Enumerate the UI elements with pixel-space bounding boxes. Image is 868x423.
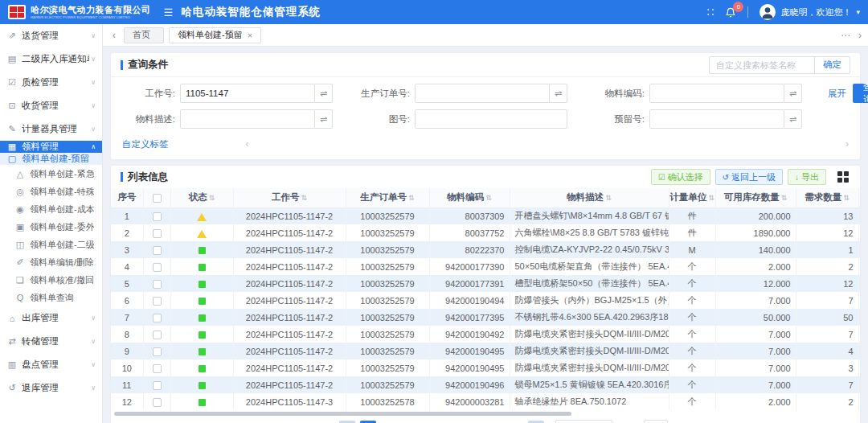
sidebar-item[interactable]: ⊡ 收货管理 ∨ [0,94,102,117]
tab[interactable]: 首页 [124,27,164,43]
table-row[interactable]: 8 2024HPC1105-1147-2 10003252579 9420001… [111,326,860,343]
cell-order-no: 10003252579 [346,309,429,326]
tag-scroll-right-icon[interactable]: › [845,138,849,150]
table-row[interactable]: 4 2024HPC1105-1147-2 10003252579 9420001… [111,258,860,275]
table-row[interactable]: 11 2024HPC1105-1147-2 10003252579 942000… [111,376,860,393]
row-checkbox[interactable] [153,280,162,289]
notification-bell-icon[interactable]: 0 [725,6,736,18]
row-checkbox[interactable] [153,381,162,390]
sidebar-item[interactable]: ▢ 领料单创建-预留 [0,153,102,165]
field-input[interactable] [415,84,550,103]
sidebar-item[interactable]: △ 领料单创建-紧急 [0,165,102,183]
confirm-select-button[interactable]: ☑ 确认选择 [651,169,710,185]
filter-icon[interactable]: ⇌ [315,84,333,103]
user-menu[interactable]: 庞晓明，欢迎您！ ▾ [760,4,860,20]
sidebar-item[interactable]: ❏ 领料单核准/撤回 [0,271,102,289]
field-input[interactable] [649,109,784,129]
page-size-select[interactable]: 200条/页 ▾ [555,420,612,423]
custom-tag-name-group: 确定 [709,56,850,74]
custom-tag-name-input[interactable] [710,57,814,73]
tag-scroll-left-icon[interactable]: ‹ [246,138,249,150]
sort-icon[interactable]: ⇅ [781,194,788,202]
table-row[interactable]: 9 2024HPC1105-1147-2 10003252579 9420001… [111,343,860,359]
filter-icon[interactable]: ⇌ [550,84,567,103]
sidebar-item[interactable]: ▣ 领料单创建-委外组件 [0,218,102,236]
custom-tag-link[interactable]: 自定义标签 [122,138,169,150]
row-checkbox[interactable] [153,398,162,407]
table-row[interactable]: 6 2024HPC1105-1147-2 10003252579 9420001… [111,292,860,309]
search-button[interactable]: 查询 [853,84,868,103]
close-icon[interactable]: × [248,31,252,40]
sidebar-item[interactable]: ⇄ 转储管理 ∨ [0,330,102,353]
row-checkbox[interactable] [153,364,162,373]
sort-icon[interactable]: ⇅ [708,194,714,202]
sort-icon[interactable]: ⇅ [605,194,612,202]
row-checkbox[interactable] [153,297,162,306]
sidebar-item[interactable]: ▥ 盘点管理 ∨ [0,353,102,376]
col-demand[interactable]: 需求数量⇅ [796,188,858,207]
cell-status [170,343,233,359]
table-row[interactable]: 3 2024HPC1105-1147-2 10003252579 8022237… [111,241,860,258]
filter-icon[interactable]: ⇌ [315,109,333,129]
cell-code: 942000003281 [429,393,510,410]
sidebar-item[interactable]: ▤ 二级库入库通知单 ∨ [0,47,102,71]
sidebar-item[interactable]: ◎ 领料单创建-特殊项目 [0,183,102,200]
field-input[interactable] [180,109,315,129]
col-order-no[interactable]: 生产订单号⇅ [346,188,429,207]
col-work-no[interactable]: 工作号⇅ [233,188,346,207]
field-input[interactable] [415,109,567,129]
col-status[interactable]: 状态⇅ [170,188,233,207]
field-input[interactable] [649,84,784,103]
sidebar-collapse-icon[interactable]: ☰ [164,6,174,18]
row-checkbox[interactable] [153,246,162,255]
sidebar-item[interactable]: ✎ 计量器具管理 ∨ [0,117,102,141]
table-row[interactable]: 5 2024HPC1105-1147-2 10003252579 9420001… [111,275,860,292]
back-upper-level-button[interactable]: ↺ 返回上一级 [715,169,783,185]
filter-icon[interactable]: ⇌ [784,109,802,129]
col-unit[interactable]: 计量单位⇅ [669,188,715,207]
sort-icon[interactable]: ⇅ [843,194,850,202]
sidebar-item[interactable]: ◉ 领料单创建-成本中心 [0,200,102,218]
scrollbar-thumb[interactable] [114,412,571,416]
expand-link[interactable]: 展开 [828,88,846,100]
sidebar-item[interactable]: Q 领料单查询 [0,289,102,306]
jump-page-input[interactable] [644,420,668,423]
col-desc[interactable]: 物料描述⇅ [510,188,669,207]
column-settings-icon[interactable] [836,170,850,184]
table-row[interactable]: 10 2024HPC1105-1147-2 10003252579 942000… [111,359,860,376]
sort-icon[interactable]: ⇅ [408,194,415,202]
fullscreen-icon[interactable]: ∷ [707,6,714,18]
filter-icon[interactable]: ⇌ [784,84,802,103]
tabs-more-icon[interactable]: ⋯ [841,30,850,41]
table-row[interactable]: 12 2024HPC1105-1147-3 10003252578 942000… [111,393,860,410]
row-checkbox[interactable] [153,314,162,322]
sort-icon[interactable]: ⇅ [301,194,307,202]
row-checkbox[interactable] [153,347,162,356]
sidebar-item[interactable]: ↺ 退库管理 ∨ [0,376,102,400]
row-checkbox[interactable] [153,229,162,238]
tab[interactable]: 领料单创建-预留 × [169,27,261,43]
export-button[interactable]: ↓ 导出 [788,169,826,185]
table-row[interactable]: 2 2024HPC1105-1147-2 10003252579 8003775… [111,224,860,241]
confirm-button[interactable]: 确定 [814,57,850,73]
sidebar-item[interactable]: ▦ 领料管理 ∧ [0,141,102,153]
sidebar-item[interactable]: ⇗ 送货管理 ∨ [0,24,102,47]
field-input[interactable] [180,84,315,103]
table-row[interactable]: 7 2024HPC1105-1147-2 10003252579 9420001… [111,309,860,326]
sidebar-item[interactable]: ✐ 领料单编辑/删除 [0,253,102,271]
col-stock[interactable]: 可用库存数量⇅ [715,188,796,207]
row-checkbox[interactable] [153,331,162,339]
sidebar-item[interactable]: ◫ 领料单创建-二级库 [0,236,102,253]
tabs-scroll-right-icon[interactable]: › [858,30,862,41]
tabs-scroll-left-icon[interactable]: ‹ [109,30,119,41]
sort-icon[interactable]: ⇅ [485,194,492,202]
sort-icon[interactable]: ⇅ [209,194,215,202]
select-all-checkbox[interactable] [153,194,162,203]
query-field: 物料描述: ⇌ [122,109,357,129]
row-checkbox[interactable] [153,212,162,221]
table-row[interactable]: 1 2024HPC1105-1147-2 10003252579 8003730… [111,207,860,224]
col-code[interactable]: 物料编码⇅ [429,188,510,207]
sidebar-item[interactable]: ⌂ 出库管理 ∨ [0,306,102,330]
row-checkbox[interactable] [153,263,162,272]
sidebar-item[interactable]: ☑ 质检管理 ∨ [0,71,102,94]
